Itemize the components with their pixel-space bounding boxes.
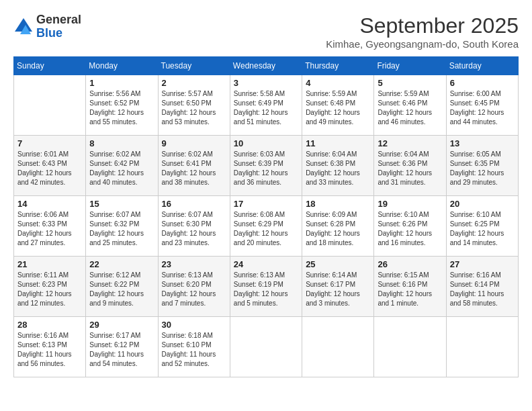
day-number: 23	[162, 259, 226, 269]
day-info: Sunrise: 6:12 AM Sunset: 6:22 PM Dayligh…	[89, 271, 154, 308]
calendar-week-row: 1Sunrise: 5:56 AM Sunset: 6:52 PM Daylig…	[14, 75, 519, 136]
day-info: Sunrise: 6:18 AM Sunset: 6:10 PM Dayligh…	[162, 331, 226, 369]
day-info: Sunrise: 6:13 AM Sunset: 6:19 PM Dayligh…	[234, 271, 298, 308]
calendar-header-friday: Friday	[374, 57, 446, 75]
calendar-cell: 21Sunrise: 6:11 AM Sunset: 6:23 PM Dayli…	[14, 257, 86, 317]
calendar-cell: 27Sunrise: 6:16 AM Sunset: 6:14 PM Dayli…	[446, 257, 518, 317]
day-info: Sunrise: 5:57 AM Sunset: 6:50 PM Dayligh…	[162, 89, 226, 127]
calendar-cell: 2Sunrise: 5:57 AM Sunset: 6:50 PM Daylig…	[158, 75, 230, 136]
calendar-header-row: SundayMondayTuesdayWednesdayThursdayFrid…	[14, 57, 519, 75]
calendar-cell: 10Sunrise: 6:03 AM Sunset: 6:39 PM Dayli…	[230, 136, 302, 196]
calendar-cell	[302, 317, 374, 377]
calendar-week-row: 28Sunrise: 6:16 AM Sunset: 6:13 PM Dayli…	[14, 317, 519, 377]
day-number: 30	[162, 320, 226, 330]
day-number: 21	[17, 259, 82, 269]
day-number: 6	[450, 78, 515, 88]
day-info: Sunrise: 6:01 AM Sunset: 6:43 PM Dayligh…	[17, 150, 82, 187]
day-info: Sunrise: 6:15 AM Sunset: 6:16 PM Dayligh…	[378, 271, 442, 308]
calendar-cell: 16Sunrise: 6:07 AM Sunset: 6:30 PM Dayli…	[158, 196, 230, 257]
day-number: 2	[162, 78, 226, 88]
calendar-table: SundayMondayTuesdayWednesdayThursdayFrid…	[13, 56, 519, 377]
day-number: 22	[89, 259, 154, 269]
calendar-cell: 25Sunrise: 6:14 AM Sunset: 6:17 PM Dayli…	[302, 257, 374, 317]
day-number: 14	[17, 199, 82, 209]
day-number: 16	[162, 199, 226, 209]
calendar-cell: 7Sunrise: 6:01 AM Sunset: 6:43 PM Daylig…	[14, 136, 86, 196]
day-info: Sunrise: 6:00 AM Sunset: 6:45 PM Dayligh…	[450, 89, 515, 127]
day-info: Sunrise: 6:11 AM Sunset: 6:23 PM Dayligh…	[17, 271, 82, 308]
day-number: 24	[234, 259, 298, 269]
day-info: Sunrise: 6:08 AM Sunset: 6:29 PM Dayligh…	[234, 210, 298, 248]
calendar-cell: 14Sunrise: 6:06 AM Sunset: 6:33 PM Dayli…	[14, 196, 86, 257]
calendar-cell: 26Sunrise: 6:15 AM Sunset: 6:16 PM Dayli…	[374, 257, 446, 317]
calendar-header-tuesday: Tuesday	[158, 57, 230, 75]
day-number: 7	[17, 138, 82, 148]
day-info: Sunrise: 6:02 AM Sunset: 6:42 PM Dayligh…	[89, 150, 154, 187]
day-number: 27	[450, 259, 515, 269]
day-info: Sunrise: 6:04 AM Sunset: 6:38 PM Dayligh…	[306, 150, 370, 187]
day-number: 8	[89, 138, 154, 148]
day-number: 11	[306, 138, 370, 148]
calendar-week-row: 14Sunrise: 6:06 AM Sunset: 6:33 PM Dayli…	[14, 196, 519, 257]
calendar-cell	[446, 317, 518, 377]
calendar-cell: 8Sunrise: 6:02 AM Sunset: 6:42 PM Daylig…	[86, 136, 158, 196]
day-info: Sunrise: 6:09 AM Sunset: 6:28 PM Dayligh…	[306, 210, 370, 248]
calendar-cell: 11Sunrise: 6:04 AM Sunset: 6:38 PM Dayli…	[302, 136, 374, 196]
day-info: Sunrise: 6:07 AM Sunset: 6:30 PM Dayligh…	[162, 210, 226, 248]
day-number: 18	[306, 199, 370, 209]
calendar-header-sunday: Sunday	[14, 57, 86, 75]
day-number: 29	[89, 320, 154, 330]
day-number: 4	[306, 78, 370, 88]
calendar-cell: 6Sunrise: 6:00 AM Sunset: 6:45 PM Daylig…	[446, 75, 518, 136]
day-number: 26	[378, 259, 442, 269]
day-info: Sunrise: 6:05 AM Sunset: 6:35 PM Dayligh…	[450, 150, 515, 187]
calendar-cell	[230, 317, 302, 377]
day-number: 1	[89, 78, 154, 88]
day-info: Sunrise: 6:10 AM Sunset: 6:25 PM Dayligh…	[450, 210, 515, 248]
calendar-header-wednesday: Wednesday	[230, 57, 302, 75]
day-info: Sunrise: 6:16 AM Sunset: 6:14 PM Dayligh…	[450, 271, 515, 308]
day-number: 5	[378, 78, 442, 88]
calendar-cell: 4Sunrise: 5:59 AM Sunset: 6:48 PM Daylig…	[302, 75, 374, 136]
day-number: 13	[450, 138, 515, 148]
logo-text: General Blue	[36, 13, 81, 40]
day-info: Sunrise: 6:10 AM Sunset: 6:26 PM Dayligh…	[378, 210, 442, 248]
day-number: 12	[378, 138, 442, 148]
calendar-cell	[374, 317, 446, 377]
calendar-week-row: 7Sunrise: 6:01 AM Sunset: 6:43 PM Daylig…	[14, 136, 519, 196]
day-number: 10	[234, 138, 298, 148]
calendar-cell: 29Sunrise: 6:17 AM Sunset: 6:12 PM Dayli…	[86, 317, 158, 377]
day-number: 19	[378, 199, 442, 209]
calendar-cell: 18Sunrise: 6:09 AM Sunset: 6:28 PM Dayli…	[302, 196, 374, 257]
day-info: Sunrise: 6:16 AM Sunset: 6:13 PM Dayligh…	[17, 331, 82, 369]
month-title: September 2025	[326, 13, 519, 38]
calendar-cell: 19Sunrise: 6:10 AM Sunset: 6:26 PM Dayli…	[374, 196, 446, 257]
calendar-cell: 5Sunrise: 5:59 AM Sunset: 6:46 PM Daylig…	[374, 75, 446, 136]
calendar-cell	[14, 75, 86, 136]
day-info: Sunrise: 6:02 AM Sunset: 6:41 PM Dayligh…	[162, 150, 226, 187]
calendar-header-saturday: Saturday	[446, 57, 518, 75]
day-info: Sunrise: 6:04 AM Sunset: 6:36 PM Dayligh…	[378, 150, 442, 187]
calendar-cell: 3Sunrise: 5:58 AM Sunset: 6:49 PM Daylig…	[230, 75, 302, 136]
calendar-cell: 20Sunrise: 6:10 AM Sunset: 6:25 PM Dayli…	[446, 196, 518, 257]
calendar-cell: 15Sunrise: 6:07 AM Sunset: 6:32 PM Dayli…	[86, 196, 158, 257]
calendar-cell: 30Sunrise: 6:18 AM Sunset: 6:10 PM Dayli…	[158, 317, 230, 377]
day-number: 17	[234, 199, 298, 209]
calendar-week-row: 21Sunrise: 6:11 AM Sunset: 6:23 PM Dayli…	[14, 257, 519, 317]
logo-icon	[13, 17, 34, 37]
location-subtitle: Kimhae, Gyeongsangnam-do, South Korea	[326, 38, 519, 50]
page-header: General Blue September 2025 Kimhae, Gyeo…	[13, 13, 519, 50]
day-number: 28	[17, 320, 82, 330]
calendar-cell: 28Sunrise: 6:16 AM Sunset: 6:13 PM Dayli…	[14, 317, 86, 377]
calendar-cell: 1Sunrise: 5:56 AM Sunset: 6:52 PM Daylig…	[86, 75, 158, 136]
day-info: Sunrise: 6:17 AM Sunset: 6:12 PM Dayligh…	[89, 331, 154, 369]
calendar-header-thursday: Thursday	[302, 57, 374, 75]
calendar-cell: 22Sunrise: 6:12 AM Sunset: 6:22 PM Dayli…	[86, 257, 158, 317]
calendar-cell: 24Sunrise: 6:13 AM Sunset: 6:19 PM Dayli…	[230, 257, 302, 317]
day-number: 25	[306, 259, 370, 269]
day-number: 9	[162, 138, 226, 148]
day-info: Sunrise: 5:58 AM Sunset: 6:49 PM Dayligh…	[234, 89, 298, 127]
day-number: 15	[89, 199, 154, 209]
calendar-cell: 23Sunrise: 6:13 AM Sunset: 6:20 PM Dayli…	[158, 257, 230, 317]
calendar-cell: 13Sunrise: 6:05 AM Sunset: 6:35 PM Dayli…	[446, 136, 518, 196]
